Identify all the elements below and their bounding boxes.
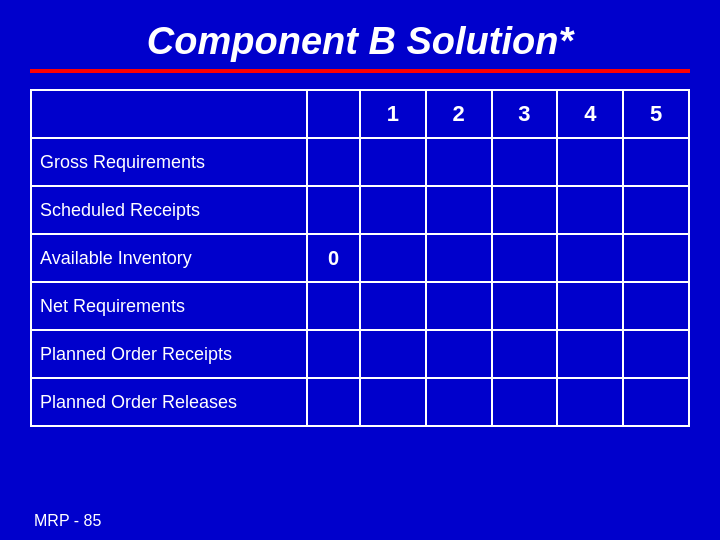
row-avail-c4 [557,234,623,282]
row-label-net: Net Requirements [31,282,307,330]
row-pr-c5 [623,330,689,378]
row-net-c2 [426,282,492,330]
row-zero-gross [307,138,360,186]
table-header-row: 1 2 3 4 5 [31,90,689,138]
row-pr-c2 [426,330,492,378]
header-col-3: 3 [492,90,558,138]
row-gross-c4 [557,138,623,186]
row-zero-pr [307,330,360,378]
row-sched-c5 [623,186,689,234]
row-prel-c3 [492,378,558,426]
row-net-c4 [557,282,623,330]
table-row: Planned Order Receipts [31,330,689,378]
row-sched-c1 [360,186,426,234]
table-wrapper: 1 2 3 4 5 Gross Requirements [30,89,690,504]
row-sched-c2 [426,186,492,234]
row-net-c1 [360,282,426,330]
table-row: Scheduled Receipts [31,186,689,234]
page-container: Component B Solution* 1 2 3 4 [0,0,720,540]
row-sched-c3 [492,186,558,234]
row-zero-available: 0 [307,234,360,282]
table-body: Gross Requirements Scheduled Receipts [31,138,689,426]
row-net-c3 [492,282,558,330]
row-pr-c1 [360,330,426,378]
page-title: Component B Solution* [30,20,690,63]
row-avail-c1 [360,234,426,282]
header-col-4: 4 [557,90,623,138]
row-gross-c3 [492,138,558,186]
row-zero-net [307,282,360,330]
footer-text: MRP - 85 [34,512,101,529]
row-prel-c4 [557,378,623,426]
row-net-c5 [623,282,689,330]
header-zero-col [307,90,360,138]
row-gross-c1 [360,138,426,186]
row-gross-c2 [426,138,492,186]
row-sched-c4 [557,186,623,234]
row-zero-prel [307,378,360,426]
mrp-table: 1 2 3 4 5 Gross Requirements [30,89,690,427]
row-avail-c5 [623,234,689,282]
row-gross-c5 [623,138,689,186]
table-row: Gross Requirements [31,138,689,186]
row-label-scheduled: Scheduled Receipts [31,186,307,234]
header-col-5: 5 [623,90,689,138]
table-row: Planned Order Releases [31,378,689,426]
row-label-planned-releases: Planned Order Releases [31,378,307,426]
footer: MRP - 85 [30,512,690,530]
table-row: Available Inventory 0 [31,234,689,282]
row-label-gross: Gross Requirements [31,138,307,186]
row-avail-c3 [492,234,558,282]
header-col-2: 2 [426,90,492,138]
row-zero-scheduled [307,186,360,234]
table-row: Net Requirements [31,282,689,330]
row-label-planned-receipts: Planned Order Receipts [31,330,307,378]
row-prel-c5 [623,378,689,426]
header-col-1: 1 [360,90,426,138]
red-divider [30,69,690,73]
row-label-available: Available Inventory [31,234,307,282]
row-avail-c2 [426,234,492,282]
header-label-cell [31,90,307,138]
row-pr-c4 [557,330,623,378]
row-pr-c3 [492,330,558,378]
title-area: Component B Solution* [30,20,690,63]
row-prel-c2 [426,378,492,426]
row-prel-c1 [360,378,426,426]
